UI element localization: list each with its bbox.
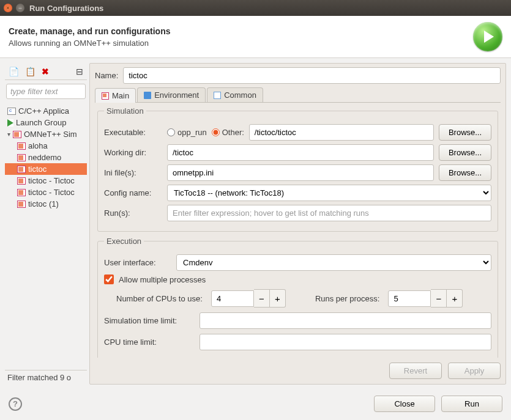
cpus-minus-button[interactable]: − xyxy=(254,289,270,308)
name-label: Name: xyxy=(95,71,118,80)
tab-main[interactable]: Main xyxy=(95,88,136,103)
filter-status: Filter matched 9 o xyxy=(5,370,87,385)
tab-common[interactable]: Common xyxy=(207,87,263,102)
tree-item-omnet-sim[interactable]: ▾OMNeT++ Sim xyxy=(5,128,87,140)
header-subtitle: Allows running an OMNeT++ simulation xyxy=(9,39,473,48)
collapse-all-icon[interactable]: ⊟ xyxy=(76,67,83,76)
rpp-label: Runs per process: xyxy=(315,294,380,303)
cpus-input[interactable] xyxy=(211,290,254,307)
allow-multiple-label: Allow multiple processes xyxy=(119,275,206,284)
cpus-plus-button[interactable]: + xyxy=(270,289,286,308)
config-editor-panel: Name: Main Environment Common Simulation… xyxy=(89,63,506,385)
browse-ini-button[interactable]: Browse... xyxy=(439,164,491,181)
tree-item-tictoc-1[interactable]: tictoc - Tictoc xyxy=(5,175,87,186)
delete-config-icon[interactable]: ✖ xyxy=(42,67,49,76)
run-button[interactable]: Run xyxy=(441,396,502,412)
browse-working-dir-button[interactable]: Browse... xyxy=(439,144,491,161)
rpp-minus-button[interactable]: − xyxy=(431,289,447,308)
rpp-stepper[interactable]: − + xyxy=(388,289,463,308)
window-close-icon[interactable]: × xyxy=(4,4,12,12)
working-dir-input[interactable] xyxy=(167,144,434,161)
sim-time-limit-label: Simulation time limit: xyxy=(104,316,195,325)
help-icon[interactable]: ? xyxy=(9,397,22,411)
simulation-group: Simulation Executable: opp_run Other: Br… xyxy=(97,106,498,232)
cpus-stepper[interactable]: − + xyxy=(211,289,286,308)
tree-item-neddemo[interactable]: neddemo xyxy=(5,152,87,163)
environment-tab-icon xyxy=(144,92,151,99)
tree-item-launch-group[interactable]: Launch Group xyxy=(5,117,87,128)
tree-filter-input[interactable] xyxy=(6,84,86,99)
sim-time-limit-input[interactable] xyxy=(200,312,491,329)
runs-label: Run(s): xyxy=(104,208,162,218)
browse-executable-button[interactable]: Browse... xyxy=(439,124,491,141)
tree-toolbar: 📄 📋 ✖ ⊟ xyxy=(5,63,87,80)
config-tree-panel: 📄 📋 ✖ ⊟ C/C++ Applica Launch Group ▾OMNe… xyxy=(5,63,87,385)
config-icon xyxy=(17,201,26,208)
config-name-label: Config name: xyxy=(104,188,162,197)
ini-files-label: Ini file(s): xyxy=(104,168,162,177)
user-interface-label: User interface: xyxy=(104,258,171,267)
config-icon xyxy=(17,166,26,173)
common-tab-icon xyxy=(214,92,221,99)
other-radio[interactable] xyxy=(212,128,220,136)
rpp-plus-button[interactable]: + xyxy=(447,289,463,308)
run-hero-icon xyxy=(473,22,502,51)
tree-item-tictoc-paren[interactable]: tictoc (1) xyxy=(5,198,87,210)
cpu-time-limit-input[interactable] xyxy=(200,334,491,350)
new-config-icon[interactable]: 📄 xyxy=(9,67,19,76)
duplicate-config-icon[interactable]: 📋 xyxy=(25,67,35,76)
execution-group: Execution User interface: Cmdenv Allow m… xyxy=(97,237,498,358)
tab-environment[interactable]: Environment xyxy=(137,87,206,102)
allow-multiple-checkbox[interactable] xyxy=(104,274,114,284)
executable-label: Executable: xyxy=(104,128,162,137)
tree-item-tictoc-2[interactable]: tictoc - Tictoc xyxy=(5,186,87,198)
tree-item-c-cpp[interactable]: C/C++ Applica xyxy=(5,105,87,117)
close-button[interactable]: Close xyxy=(374,396,435,412)
main-tab-icon xyxy=(102,92,109,100)
execution-legend: Execution xyxy=(104,237,144,246)
window-titlebar: × – Run Configurations xyxy=(0,0,511,16)
config-icon xyxy=(17,154,26,161)
opp-run-radio[interactable] xyxy=(167,128,175,136)
config-tree[interactable]: C/C++ Applica Launch Group ▾OMNeT++ Sim … xyxy=(5,103,87,370)
config-icon xyxy=(17,189,26,196)
cpu-time-limit-label: CPU time limit: xyxy=(104,337,195,347)
tree-item-tictoc[interactable]: tictoc xyxy=(5,163,87,175)
working-dir-label: Working dir: xyxy=(104,148,162,157)
dialog-footer: ? Close Run xyxy=(0,389,511,418)
omnet-sim-icon xyxy=(13,131,21,138)
rpp-input[interactable] xyxy=(388,290,431,307)
dialog-header: Create, manage, and run configurations A… xyxy=(0,16,511,58)
launch-group-icon xyxy=(7,119,13,127)
tab-bar: Main Environment Common xyxy=(95,87,501,103)
apply-button[interactable]: Apply xyxy=(448,363,501,379)
tree-item-aloha[interactable]: aloha xyxy=(5,140,87,152)
c-app-icon xyxy=(7,108,16,115)
revert-button[interactable]: Revert xyxy=(389,363,442,379)
window-minimize-icon[interactable]: – xyxy=(16,4,24,12)
config-icon xyxy=(17,142,26,150)
cpus-label: Number of CPUs to use: xyxy=(116,294,203,303)
ini-files-input[interactable] xyxy=(167,164,434,181)
config-icon xyxy=(17,177,26,185)
header-title: Create, manage, and run configurations xyxy=(9,26,473,36)
executable-input[interactable] xyxy=(249,124,434,141)
user-interface-select[interactable]: Cmdenv xyxy=(176,254,491,271)
runs-input[interactable] xyxy=(167,205,491,221)
window-title: Run Configurations xyxy=(29,4,103,13)
simulation-legend: Simulation xyxy=(104,106,146,116)
config-name-select[interactable]: TicToc18 -- (network: TicToc18) xyxy=(167,185,491,201)
name-input[interactable] xyxy=(123,67,501,84)
expand-arrow-icon[interactable]: ▾ xyxy=(7,131,10,138)
